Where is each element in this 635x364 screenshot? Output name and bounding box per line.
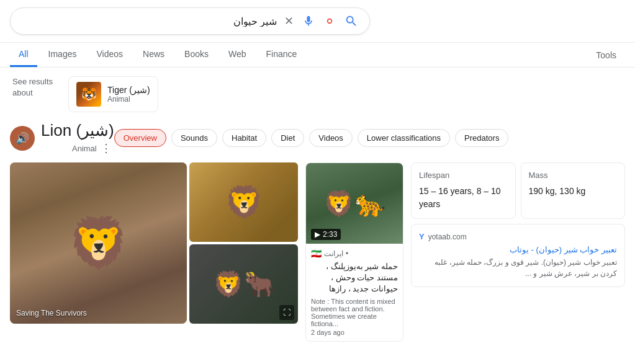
video-title: حمله شیر به‌یوزپلنگ ، مستند حیات وحش ، ح…: [311, 261, 398, 295]
lion-image-small-top[interactable]: 🦁: [189, 162, 298, 242]
video-card[interactable]: 🦁🐆 ▶ 2:33 🇮🇷 ایرانت • حمله شیر به‌یوزپلن…: [305, 162, 403, 342]
google-lens-button[interactable]: [322, 14, 337, 29]
lion-image-large-inner: 🦁 Saving The Survivors: [10, 162, 187, 324]
entity-name: Lion (شیر): [41, 121, 114, 140]
filter-chips: Overview Sounds Habitat Diet Videos Lowe…: [114, 129, 625, 147]
expand-icon[interactable]: ⛶: [279, 305, 294, 320]
tab-books[interactable]: Books: [176, 43, 217, 67]
entity-title-area: 🔊 Lion (شیر) Animal ⋮: [10, 121, 114, 155]
content-row: 🦁 Saving The Survivors 🦁 🦁🐂 ⛶ 🦁🐆 ▶ 2:33: [10, 162, 625, 342]
yotaab-domain: yotaab.com: [428, 233, 467, 241]
chip-habitat[interactable]: Habitat: [222, 129, 266, 147]
tab-images[interactable]: Images: [40, 43, 86, 67]
lifespan-value: 15 – 16 years, 8 – 10 years: [419, 185, 508, 211]
speaker-button[interactable]: 🔊: [10, 126, 35, 151]
entity-type-label: Animal: [72, 144, 97, 153]
info-cards: Lifespan 15 – 16 years, 8 – 10 years Mas…: [411, 162, 625, 342]
entity-header: Lion (شیر) Animal ⋮: [41, 121, 114, 155]
info-card-row-1: Lifespan 15 – 16 years, 8 – 10 years Mas…: [411, 162, 625, 219]
lifespan-card: Lifespan 15 – 16 years, 8 – 10 years: [411, 162, 516, 219]
tiger-thumbnail: 🐯: [76, 82, 101, 107]
chip-overview[interactable]: Overview: [114, 129, 166, 147]
search-button[interactable]: [343, 13, 359, 29]
chip-sounds[interactable]: Sounds: [171, 129, 217, 147]
video-time: 2 days ago: [311, 329, 398, 336]
video-note: Note : This content is mixed between fac…: [311, 298, 398, 327]
image-caption: Saving The Survivors: [16, 309, 87, 317]
yotaab-header: Y yotaab.com: [419, 232, 617, 241]
yotaab-snippet: تعبیر خواب شیر (حیوان). شیر قوی و بزرگ، …: [419, 257, 617, 279]
video-thumbnail: 🦁🐆 ▶ 2:33: [306, 163, 403, 244]
see-results-section: See results about 🐯 Tiger (شیر) Animal: [2, 68, 635, 121]
search-icons: ✕: [283, 13, 359, 29]
tab-videos[interactable]: Videos: [88, 43, 132, 67]
tiger-info: Tiger (شیر) Animal: [107, 85, 150, 104]
source-flag-icon: 🇮🇷: [311, 249, 322, 259]
yotaab-title: تعبیر خواب شیر (حیوان) - یوتاب: [419, 245, 617, 254]
video-source: 🇮🇷 ایرانت •: [311, 249, 398, 259]
images-section: 🦁 Saving The Survivors 🦁 🦁🐂 ⛶: [10, 162, 298, 334]
tab-finance[interactable]: Finance: [258, 43, 306, 67]
yotaab-card[interactable]: Y yotaab.com تعبیر خواب شیر (حیوان) - یو…: [411, 224, 625, 287]
source-dot: •: [346, 249, 348, 258]
yotaab-icon: Y: [419, 232, 425, 241]
chip-videos[interactable]: Videos: [309, 129, 353, 147]
video-info: 🇮🇷 ایرانت • حمله شیر به‌یوزپلنگ ، مستند …: [306, 244, 403, 341]
entity-header-row: 🔊 Lion (شیر) Animal ⋮ Overview Sounds Ha…: [10, 121, 625, 155]
clear-button[interactable]: ✕: [283, 13, 295, 29]
entity-subtitle: Animal ⋮: [41, 141, 114, 155]
tiger-name: Tiger (شیر): [107, 85, 150, 95]
chip-diet[interactable]: Diet: [271, 129, 304, 147]
chip-lower-classifications[interactable]: Lower classifications: [358, 129, 450, 147]
tiger-result-card[interactable]: 🐯 Tiger (شیر) Animal: [68, 76, 158, 112]
source-name: ایرانت: [324, 249, 343, 258]
lion-image-small-bottom[interactable]: 🦁🐂 ⛶: [189, 244, 298, 324]
tools-button[interactable]: Tools: [587, 44, 625, 66]
tab-all[interactable]: All: [10, 43, 37, 67]
lion-large-art: 🦁: [10, 162, 187, 324]
mass-card: Mass 190 kg, 130 kg: [521, 162, 626, 219]
tiger-type: Animal: [107, 95, 150, 104]
main-content: 🔊 Lion (شیر) Animal ⋮ Overview Sounds Ha…: [0, 121, 635, 342]
tab-web[interactable]: Web: [220, 43, 255, 67]
search-bar-section: ✕: [0, 0, 635, 43]
image-column: 🦁 🦁🐂 ⛶: [189, 162, 298, 334]
chip-predators[interactable]: Predators: [455, 129, 508, 147]
microphone-button[interactable]: [301, 14, 316, 29]
video-duration: ▶ 2:33: [311, 229, 341, 240]
more-options-icon[interactable]: ⋮: [101, 141, 112, 155]
search-bar: ✕: [10, 7, 370, 35]
lifespan-title: Lifespan: [419, 171, 508, 180]
nav-tabs: All Images Videos News Books Web Finance…: [0, 43, 635, 68]
lion-image-large[interactable]: 🦁 Saving The Survivors: [10, 162, 187, 324]
tab-news[interactable]: News: [134, 43, 173, 67]
search-input[interactable]: [20, 16, 277, 27]
see-results-label: See results about: [12, 76, 62, 99]
svg-point-0: [328, 19, 332, 24]
mass-value: 190 kg, 130 kg: [529, 185, 618, 198]
play-icon: ▶: [315, 230, 320, 239]
mass-title: Mass: [529, 171, 618, 180]
